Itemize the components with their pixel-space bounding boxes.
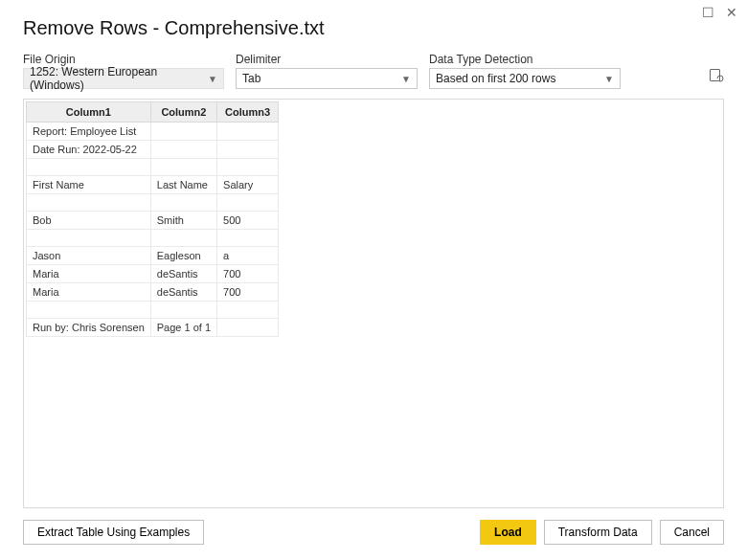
table-row: First NameLast NameSalary xyxy=(27,176,279,194)
table-cell: Date Run: 2022-05-22 xyxy=(27,141,151,159)
table-cell: Eagleson xyxy=(150,247,216,265)
table-row: Report: Employee List xyxy=(27,123,279,141)
dialog-title: Remove Rows - Comprehensive.txt xyxy=(23,17,724,39)
table-cell: deSantis xyxy=(150,265,216,283)
table-row: JasonEaglesona xyxy=(27,247,279,265)
table-cell xyxy=(27,159,151,176)
table-cell: Last Name xyxy=(150,176,216,194)
table-row: MariadeSantis700 xyxy=(27,265,279,283)
table-cell xyxy=(217,159,279,176)
table-cell: Maria xyxy=(27,283,151,302)
import-dialog: ☐ ✕ Remove Rows - Comprehensive.txt File… xyxy=(0,0,747,560)
table-cell xyxy=(217,123,279,141)
extract-table-button[interactable]: Extract Table Using Examples xyxy=(23,520,204,545)
table-cell: Smith xyxy=(150,212,216,230)
column-header[interactable]: Column2 xyxy=(150,102,216,123)
column-header[interactable]: Column3 xyxy=(217,102,279,123)
table-cell xyxy=(217,194,279,212)
refresh-icon[interactable] xyxy=(709,68,724,89)
table-cell xyxy=(217,141,279,159)
table-cell: 700 xyxy=(217,265,279,283)
table-cell xyxy=(217,319,279,337)
chevron-down-icon: ▼ xyxy=(401,74,411,84)
table-cell xyxy=(150,302,216,319)
table-header-row: Column1Column2Column3 xyxy=(27,102,279,123)
delimiter-label: Delimiter xyxy=(236,53,418,66)
delimiter-value: Tab xyxy=(242,72,260,85)
cancel-button[interactable]: Cancel xyxy=(660,520,724,545)
close-icon[interactable]: ✕ xyxy=(726,6,737,19)
table-cell: Jason xyxy=(27,247,151,265)
table-row xyxy=(27,194,279,212)
options-row: File Origin 1252: Western European (Wind… xyxy=(23,53,724,89)
file-origin-control: File Origin 1252: Western European (Wind… xyxy=(23,53,224,89)
transform-data-button[interactable]: Transform Data xyxy=(544,520,652,545)
table-cell: Bob xyxy=(27,212,151,230)
table-row xyxy=(27,159,279,176)
table-cell: Maria xyxy=(27,265,151,283)
table-row: Date Run: 2022-05-22 xyxy=(27,141,279,159)
load-button[interactable]: Load xyxy=(480,520,536,545)
table-cell: deSantis xyxy=(150,283,216,302)
file-origin-dropdown[interactable]: 1252: Western European (Windows) ▼ xyxy=(23,68,224,89)
table-cell: 500 xyxy=(217,212,279,230)
table-cell xyxy=(217,230,279,247)
datatype-detection-dropdown[interactable]: Based on first 200 rows ▼ xyxy=(429,68,621,89)
table-cell: a xyxy=(217,247,279,265)
file-origin-value: 1252: Western European (Windows) xyxy=(30,65,202,92)
datatype-detection-label: Data Type Detection xyxy=(429,53,621,66)
table-row xyxy=(27,302,279,319)
preview-table: Column1Column2Column3 Report: Employee L… xyxy=(26,101,279,337)
table-row: BobSmith500 xyxy=(27,212,279,230)
file-origin-label: File Origin xyxy=(23,53,224,66)
window-controls: ☐ ✕ xyxy=(702,6,737,19)
table-cell xyxy=(150,194,216,212)
column-header[interactable]: Column1 xyxy=(27,102,151,123)
table-cell xyxy=(150,159,216,176)
table-cell xyxy=(27,230,151,247)
delimiter-dropdown[interactable]: Tab ▼ xyxy=(236,68,418,89)
table-cell xyxy=(27,194,151,212)
table-cell: First Name xyxy=(27,176,151,194)
table-cell: Page 1 of 1 xyxy=(150,319,216,337)
svg-rect-0 xyxy=(711,70,720,81)
table-row: Run by: Chris SorensenPage 1 of 1 xyxy=(27,319,279,337)
table-cell xyxy=(150,123,216,141)
table-cell: 700 xyxy=(217,283,279,302)
table-cell: Run by: Chris Sorensen xyxy=(27,319,151,337)
chevron-down-icon: ▼ xyxy=(604,74,614,84)
preview-area: Column1Column2Column3 Report: Employee L… xyxy=(23,99,724,508)
datatype-detection-control: Data Type Detection Based on first 200 r… xyxy=(429,53,621,89)
table-row: MariadeSantis700 xyxy=(27,283,279,302)
table-cell xyxy=(150,230,216,247)
delimiter-control: Delimiter Tab ▼ xyxy=(236,53,418,89)
footer: Extract Table Using Examples Load Transf… xyxy=(23,520,724,545)
table-cell: Report: Employee List xyxy=(27,123,151,141)
table-cell xyxy=(217,302,279,319)
table-cell xyxy=(27,302,151,319)
table-row xyxy=(27,230,279,247)
table-cell xyxy=(150,141,216,159)
maximize-icon[interactable]: ☐ xyxy=(702,6,714,19)
datatype-detection-value: Based on first 200 rows xyxy=(436,72,555,85)
chevron-down-icon: ▼ xyxy=(208,74,217,84)
table-cell: Salary xyxy=(217,176,279,194)
